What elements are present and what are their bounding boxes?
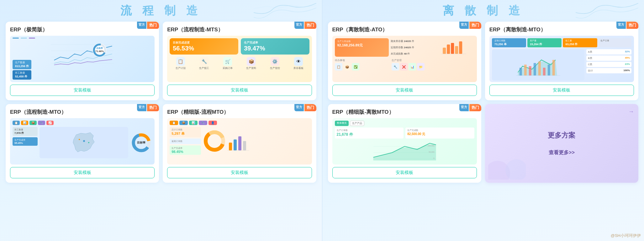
svg-rect-22 — [243, 141, 246, 150]
badge-official-6: 官方 — [616, 22, 626, 29]
mts-kpi2-val: 39.47% — [244, 45, 306, 52]
svg-rect-24 — [443, 48, 446, 54]
lc-mto-main: 班工数量 7,578 件 生产完成率 95.45% — [13, 127, 152, 158]
svg-rect-28 — [459, 41, 462, 54]
mts-icons-row: 📋 生产计划 🔧 生产报工 🛒 采购订单 📦 — [170, 57, 309, 70]
more-title: 更多方案 — [548, 131, 575, 140]
jijian-stat-1: 生产数量 813,256 件 — [13, 60, 31, 69]
lc-mto-map — [40, 127, 128, 158]
svg-rect-21 — [238, 136, 241, 150]
mts-icon-box-3: 🛒 — [223, 57, 232, 66]
more-link[interactable]: 查看更多>> — [549, 149, 575, 156]
mts-kpi1-val: 56.53% — [173, 45, 235, 52]
todo-icon-2: 📦 — [343, 63, 351, 71]
card-erp-lc-mto: ERP（流程制造-MTO） 官方 热门 📋 📊 📦 🔧 📈 — [6, 104, 159, 183]
card-preview-3: 📋 📊 📦 🔧 📈 班工数量 7,578 件 — [10, 118, 155, 165]
mts-kpi-1: 目标完成进度 56.53% — [170, 38, 238, 55]
svg-rect-33 — [534, 63, 536, 76]
svg-rect-32 — [529, 66, 531, 76]
todo-icon-3: ✅ — [352, 63, 359, 71]
dis-mto-charts: A类32% B类45% C类23% 合计100% — [492, 49, 631, 81]
mts-kpi2-label: 生产完成率 — [244, 41, 306, 45]
jx-icon-3: 📊 — [189, 121, 198, 125]
install-btn-4[interactable]: 安装模板 — [167, 167, 312, 178]
card-preview-6: 定制订单数 73,256 单 库产量 15,264 件 报工量 63,258 件 — [489, 36, 634, 82]
badge-group-7: 官方 热门 — [459, 104, 481, 111]
card-header-5: ERP（离散制造-ATO） 官方 热门 — [332, 26, 477, 33]
section-title-right: 离 散 制 造 — [328, 3, 639, 18]
ato-stat-1: 期末库存量 24035 件 — [391, 39, 431, 43]
svg-point-9 — [83, 140, 85, 142]
jx-stat-box-3: 生产完成率 98.45% — [170, 145, 201, 155]
lc-icon-1: 📋 — [13, 121, 20, 125]
dis-stat-1: 定制订单数 73,256 单 — [492, 38, 526, 47]
card-title-6: ERP（离散制造-MTO） — [489, 26, 546, 33]
card-erp-ato: ERP（离散制造-ATO） 官方 热门 生产入库金额 ¥2,168,256.89… — [328, 22, 481, 100]
install-btn-5[interactable]: 安装模板 — [332, 85, 477, 96]
card-preview-7: 整体概览 生产产品 生产订单数 21,678 件 生产完成数 82,500.00… — [332, 118, 477, 165]
dis-line-chart — [492, 49, 585, 81]
mts-icon-label-4: 生产资料 — [246, 66, 256, 70]
card-preview-4: 📋 📦 📊 🔧 👤 总计订单数 5,297 单 — [167, 118, 312, 165]
cards-grid-right: ERP（离散制造-ATO） 官方 热门 生产入库金额 ¥2,168,256.89… — [328, 22, 639, 183]
mts-icon-label-1: 生产计划 — [176, 66, 186, 70]
card-header-2: ERP（流程制造-MTS） 官方 热门 — [167, 26, 312, 33]
jx-dis-stats-row: 生产订单数 21,678 件 生产完成数 82,500.00 元 — [335, 128, 474, 139]
mts-icon-box-2: 🔧 — [200, 57, 209, 66]
install-btn-7[interactable]: 安装模板 — [332, 167, 477, 178]
jx-lc-icons: 📋 📦 📊 🔧 👤 — [170, 121, 309, 125]
jx-dis-area-chart: 100,000 50,000 0 — [335, 140, 474, 162]
jx-icon-4: 🔧 — [199, 121, 207, 125]
svg-text:100,000: 100,000 — [427, 145, 434, 147]
jx-icon-2: 📦 — [179, 121, 188, 125]
svg-rect-36 — [548, 65, 550, 76]
dis-mto-side: A类32% B类45% C类23% 合计100% — [586, 49, 631, 81]
badge-hot-4: 热门 — [304, 104, 316, 111]
badge-official-5: 官方 — [459, 22, 469, 29]
ato-bottom-row: 待办事项 📋 📦 ✅ 生产管理 🔧 ❌ — [335, 59, 474, 71]
lc-icon-3: 📦 — [29, 121, 37, 125]
card-preview-2: 目标完成进度 56.53% 生产完成率 39.47% 📋 生产计划 — [167, 36, 312, 82]
mts-icon-3: 🛒 采购订单 — [223, 57, 233, 70]
card-title-4: ERP（精细版-流程MTO） — [167, 108, 229, 116]
card-erp-jijian: ERP（极简版） 官方 热门 — [6, 22, 159, 100]
svg-text:目标率: 目标率 — [137, 141, 146, 144]
install-btn-2[interactable]: 安装模板 — [167, 85, 312, 96]
prod-icon-4: 📁 — [417, 63, 425, 71]
badge-group-4: 官方 热门 — [294, 104, 316, 111]
badge-group-5: 官方 热门 — [459, 22, 481, 29]
install-btn-1[interactable]: 安装模板 — [10, 85, 155, 96]
svg-text:71.68%: 71.68% — [95, 50, 104, 53]
badge-official-7: 官方 — [459, 104, 469, 111]
dis-side-3: C类23% — [586, 62, 631, 67]
ato-todo-title: 待办事项 — [335, 59, 390, 62]
install-btn-6[interactable]: 安装模板 — [489, 85, 634, 96]
ato-stat-3: 未完成批数 48 件 — [391, 52, 431, 55]
lc-mto-stats: 班工数量 7,578 件 生产完成率 95.45% — [13, 127, 38, 158]
jijian-stats: 生产数量 813,256 件 班工数量 52,458 件 — [13, 60, 31, 80]
card-more: → 更多方案 查看更多>> — [485, 104, 638, 183]
more-deco-svg — [488, 155, 526, 180]
ato-bar-chart — [433, 38, 474, 55]
jx-lc-stats-col: 总计订单数 5,297 单 逾期订单数 生产完成率 98.45% — [170, 127, 201, 155]
dis-stat-4: 生产订单 — [599, 38, 631, 47]
card-title-7: ERP（精细版-离散MTO） — [332, 108, 394, 116]
card-header-6: ERP（离散制造-MTO） 官方 热门 — [489, 26, 634, 33]
mts-icon-5: ⚙️ 生产管控 — [270, 57, 280, 70]
mini-line-chart-1: 合格率 71.68% — [13, 38, 152, 68]
donut-chart-lc: 目标率 — [131, 133, 151, 153]
dis-side-2: B类45% — [586, 55, 631, 61]
more-arrow-icon[interactable]: → — [628, 108, 634, 115]
china-map-mini — [70, 130, 98, 155]
mts-icon-4: 📦 生产资料 — [246, 57, 256, 70]
svg-rect-20 — [234, 139, 237, 150]
card-header-4: ERP（精细版-流程MTO） 官方 热门 — [167, 108, 312, 116]
mts-icon-label-3: 采购订单 — [223, 66, 233, 70]
card-erp-dis-mto: ERP（离散制造-MTO） 官方 热门 定制订单数 73,256 单 — [485, 22, 638, 100]
card-preview-1: 合格率 71.68% 生产数量 813,256 件 班工数量 52,458 件 — [10, 36, 155, 82]
badge-official-4: 官方 — [294, 104, 304, 111]
jx-lc-content: 总计订单数 5,297 单 逾期订单数 生产完成率 98.45% — [170, 127, 309, 155]
mts-icon-box-4: 📦 — [247, 57, 256, 66]
mts-icon-1: 📋 生产计划 — [176, 57, 186, 70]
install-btn-3[interactable]: 安装模板 — [10, 167, 155, 178]
